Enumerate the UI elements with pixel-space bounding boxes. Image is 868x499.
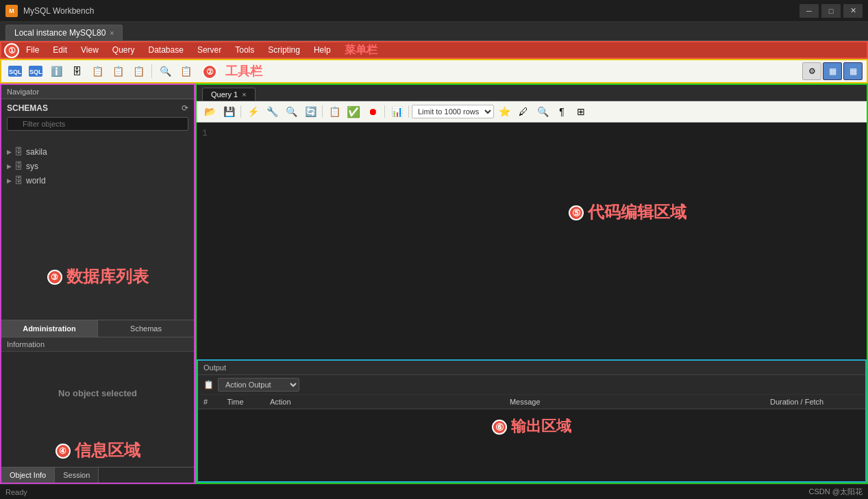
output-label-cn: 输出区域 [511,416,571,437]
col-time: Time [222,395,264,409]
col-message: Message [504,395,765,409]
query-save-btn[interactable]: 💾 [220,103,238,120]
col-hash: # [198,395,222,409]
toolbar-layout1-btn[interactable]: ▦ [823,62,842,80]
info-tab-session[interactable]: Session [55,468,99,483]
badge-2: ② [202,64,217,79]
query-refresh-btn[interactable]: 🔄 [301,103,319,120]
output-copy-icon: 📋 [203,380,214,389]
schemas-refresh-icon[interactable]: ⟳ [182,103,188,113]
app-title: MySQL Workbench [23,6,94,16]
badge-3: ③ [47,270,62,285]
limit-rows-select[interactable]: Limit to 1000 rows Don't Limit Limit to … [412,105,494,118]
query-zoom-btn[interactable]: 🔍 [534,103,551,120]
code-content[interactable] [224,128,861,354]
query-sep-1 [240,105,241,118]
window-controls: ─ □ ✕ [799,4,863,18]
code-editor[interactable]: 1 ⑤ 代码编辑区域 [197,123,867,359]
output-label-area: ⑥ 输出区域 [198,409,865,444]
query-tab-close[interactable]: × [242,90,246,99]
query-tab-bar: Query 1 × [197,85,867,101]
svg-text:SQL: SQL [29,68,42,75]
toolbar-data-btn[interactable]: 📋 [129,62,148,80]
query-sep-4 [408,105,409,118]
menu-scripting[interactable]: Scripting [261,44,307,56]
query-area: Query 1 × 📂 💾 ⚡ 🔧 🔍 🔄 📋 ✅ ⏺ 📊 [197,85,867,359]
output-header: Output [198,361,865,375]
schemas-label: SCHEMAS [7,103,48,113]
badge-6: ⑥ [492,420,507,435]
col-action: Action [264,395,504,409]
schemas-search-container: 🔍 [1,116,194,142]
query-selected-btn[interactable]: 📊 [388,103,406,120]
schema-name-sakila: sakila [26,147,47,157]
info-no-object: No object selected [1,352,194,434]
toolbar-search-btn[interactable]: 🔍 [156,62,175,80]
query-open-btn[interactable]: 📂 [201,103,219,120]
status-bar: Ready CSDN @太阳花 [0,484,868,499]
code-label-area: ⑤ 代码编辑区域 [569,201,686,223]
toolbar-label-cn: 工具栏 [225,63,262,79]
toolbar-right: ⚙ ▦ ▦ [802,62,863,80]
query-execute-btn[interactable]: ⚡ [244,103,262,120]
badge-5: ⑤ [569,205,584,220]
schema-name-sys: sys [26,162,38,171]
toolbar-db-btn[interactable]: 🗄 [67,62,86,80]
info-label-cn: 信息区域 [75,439,140,461]
query-check-btn[interactable]: ✅ [345,103,362,120]
nav-tab-administration[interactable]: Administration [1,320,98,337]
output-area: Output 📋 Action Output Text Output Histo… [197,359,867,483]
query-stop-btn[interactable]: ⏺ [364,103,382,120]
nav-tabs: Administration Schemas [1,320,194,337]
filter-objects-input[interactable] [7,117,188,131]
attribution-text: CSDN @太阳花 [809,487,863,497]
query-params-btn[interactable]: ¶ [553,103,571,120]
app-icon: M [5,5,18,17]
tab-local-instance[interactable]: Local instance MySQL80 × [5,25,123,40]
menu-database[interactable]: Database [142,44,190,56]
query-find-btn[interactable]: 🔍 [282,103,300,120]
tab-close-icon[interactable]: × [110,29,114,37]
expand-arrow-sakila: ▶ [7,149,12,155]
menu-file[interactable]: File [19,44,46,56]
badge-1: ① [4,43,19,58]
status-text: Ready [5,488,27,496]
toolbar-layout2-btn[interactable]: ▦ [843,62,863,80]
info-panel: Information No object selected ④ 信息区域 [1,337,194,467]
maximize-button[interactable]: □ [821,4,841,18]
menu-query[interactable]: Query [106,44,142,56]
toolbar-sql2-btn[interactable]: SQL [26,62,45,80]
menu-edit[interactable]: Edit [46,44,74,56]
db-icon-sys: 🗄 [14,161,23,171]
toolbar-sep-1 [151,64,152,78]
query-star-btn[interactable]: ⭐ [495,103,513,120]
menu-help[interactable]: Help [307,44,338,56]
toolbar-table-btn[interactable]: 📋 [108,62,127,80]
nav-tab-schemas[interactable]: Schemas [98,320,194,337]
close-button[interactable]: ✕ [843,4,863,18]
db-icon-world: 🗄 [14,175,23,185]
query-explain-btn[interactable]: 🔧 [263,103,281,120]
output-type-select[interactable]: Action Output Text Output History Output [218,378,299,392]
toolbar-sql1-btn[interactable]: SQL [5,62,25,80]
schema-item-sakila[interactable]: ▶ 🗄 sakila [1,144,194,159]
minimize-button[interactable]: ─ [799,4,819,18]
toolbar-misc-btn[interactable]: 📋 [176,62,195,80]
menu-view[interactable]: View [74,44,106,56]
db-label-area: ③ 数据库列表 [1,233,194,320]
schema-item-world[interactable]: ▶ 🗄 world [1,173,194,188]
schema-item-sys[interactable]: ▶ 🗄 sys [1,159,194,173]
menu-server[interactable]: Server [190,44,228,56]
menu-tools[interactable]: Tools [228,44,261,56]
query-copy-btn[interactable]: 📋 [325,103,343,120]
toolbar-settings-btn[interactable]: ⚙ [802,62,821,80]
toolbar-info-btn[interactable]: ℹ️ [47,62,66,80]
query-tab-1[interactable]: Query 1 × [202,88,256,101]
query-split-btn[interactable]: ⊞ [572,103,590,120]
query-beautify-btn[interactable]: 🖊 [514,103,532,120]
expand-arrow-sys: ▶ [7,163,12,170]
info-tab-object[interactable]: Object Info [1,468,55,483]
db-label-cn: 数据库列表 [66,266,149,287]
schemas-header: SCHEMAS ⟳ [1,99,194,116]
toolbar-schema-btn[interactable]: 📋 [88,62,107,80]
